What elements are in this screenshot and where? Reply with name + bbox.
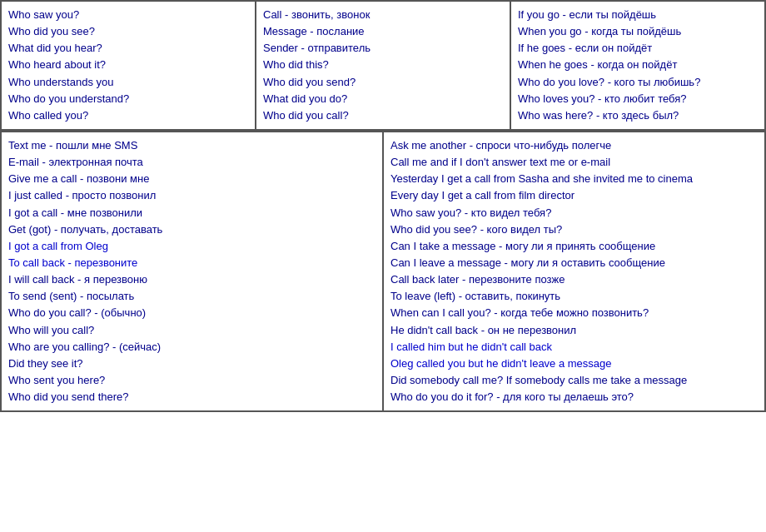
bottom-grid: Text me - пошли мне SMSE-mail - электрон… <box>0 131 766 412</box>
bottom-col2-line: Every day I get a call from film directo… <box>390 187 758 204</box>
top-col1: Who saw you?Who did you see?What did you… <box>2 2 256 131</box>
top-col1-line: What did you hear? <box>8 40 248 57</box>
bottom-col2-line: He didn't call back - он не перезвонил <box>390 322 758 339</box>
top-col2-line: Who did you send? <box>263 74 503 91</box>
top-col3: If you go - если ты пойдёшьWhen you go -… <box>511 2 766 131</box>
bottom-col2-line: Can I leave a message - могу ли я остави… <box>390 255 758 271</box>
top-col1-line: Who called you? <box>8 107 248 124</box>
bottom-col1-line: To send (sent) - посылать <box>8 288 376 305</box>
top-col3-line: When you go - когда ты пойдёшь <box>518 23 758 40</box>
top-col3-line: If you go - если ты пойдёшь <box>518 7 758 23</box>
bottom-col1-line: Did they see it? <box>8 355 376 372</box>
bottom-col1-line: Get (got) - получать, доставать <box>8 221 376 238</box>
top-col2-line: Call - звонить, звонок <box>263 7 503 23</box>
top-col1-line: Who heard about it? <box>8 57 248 73</box>
top-col1-line: Who saw you? <box>8 7 248 23</box>
bottom-col1-line: I just called - просто позвонил <box>8 187 376 204</box>
top-col2-line: Message - послание <box>263 23 503 40</box>
top-col1-line: Who understands you <box>8 74 248 91</box>
bottom-col1-line: To call back - перезвоните <box>8 255 376 271</box>
top-col3-line: If he goes - если он пойдёт <box>518 40 758 57</box>
bottom-col1-line: Who will you call? <box>8 322 376 339</box>
bottom-col1: Text me - пошли мне SMSE-mail - электрон… <box>2 132 384 412</box>
bottom-col2-line: When can I call you? - когда тебе можно … <box>390 305 758 321</box>
top-col3-line: Who do you love? - кого ты любишь? <box>518 74 758 91</box>
top-col2-line: What did you do? <box>263 91 503 107</box>
bottom-col2-line: To leave (left) - оставить, покинуть <box>390 288 758 305</box>
bottom-col1-line: Give me a call - позвони мне <box>8 171 376 187</box>
bottom-col1-line: Who sent you here? <box>8 372 376 389</box>
top-col3-line: When he goes - когда он пойдёт <box>518 57 758 73</box>
bottom-col1-line: Who do you call? - (обычно) <box>8 305 376 321</box>
top-col2-line: Sender - отправитель <box>263 40 503 57</box>
bottom-col2-line: Call me and if I don't answer text me or… <box>390 154 758 171</box>
bottom-col2-line: Who do you do it for? - для кого ты дела… <box>390 389 758 405</box>
bottom-col1-line: I will call back - я перезвоню <box>8 271 376 288</box>
bottom-col2-line: Who saw you? - кто видел тебя? <box>390 205 758 221</box>
bottom-col2-line: Ask me another - спроси что-нибудь полег… <box>390 137 758 154</box>
bottom-col1-line: E-mail - электронная почта <box>8 154 376 171</box>
top-col2-line: Who did you call? <box>263 107 503 124</box>
bottom-col1-line: Who did you send there? <box>8 389 376 405</box>
top-col3-line: Who loves you? - кто любит тебя? <box>518 91 758 107</box>
bottom-col2-line: Oleg called you but he didn't leave a me… <box>390 355 758 372</box>
top-col1-line: Who do you understand? <box>8 91 248 107</box>
bottom-col2-line: Can I take a message - могу ли я принять… <box>390 238 758 255</box>
bottom-col1-line: I got a call - мне позвонили <box>8 205 376 221</box>
bottom-col2-line: I called him but he didn't call back <box>390 339 758 355</box>
top-col3-line: Who was here? - кто здесь был? <box>518 107 758 124</box>
bottom-col2-line: Did somebody call me? If somebody calls … <box>390 372 758 389</box>
top-col2-line: Who did this? <box>263 57 503 73</box>
bottom-col2: Ask me another - спроси что-нибудь полег… <box>384 132 766 412</box>
top-grid: Who saw you?Who did you see?What did you… <box>0 0 766 131</box>
bottom-col2-line: Who did you see? - кого видел ты? <box>390 221 758 238</box>
bottom-col1-line: Who are you calling? - (сейчас) <box>8 339 376 355</box>
bottom-col2-line: Yesterday I get a call from Sasha and sh… <box>390 171 758 187</box>
bottom-col2-line: Call back later - перезвоните позже <box>390 271 758 288</box>
bottom-col1-line: Text me - пошли мне SMS <box>8 137 376 154</box>
top-col2: Call - звонить, звонокMessage - послание… <box>256 2 511 131</box>
top-col1-line: Who did you see? <box>8 23 248 40</box>
bottom-col1-line: I got a call from Oleg <box>8 238 376 255</box>
